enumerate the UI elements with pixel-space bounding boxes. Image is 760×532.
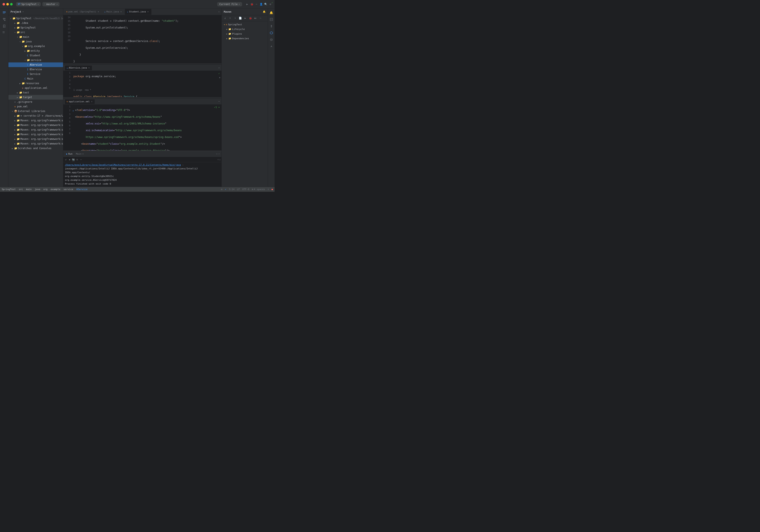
right-icon-git[interactable] (268, 23, 274, 29)
sidebar-icon-structure[interactable] (1, 30, 7, 36)
tab-student-java[interactable]: ☕ Student.java × (125, 9, 151, 15)
right-icon-maven[interactable] (268, 30, 274, 36)
terminal-more[interactable]: ⋯ (216, 153, 217, 155)
maven-lifecycle[interactable]: ▶ 📁 Lifecycle (222, 27, 268, 31)
maven-download-docs[interactable]: 📄 (238, 16, 242, 20)
tree-maven-jcl[interactable]: ▶ 📁 Maven: org.springframework:spring-jc… (8, 141, 63, 146)
close-aservice[interactable]: × (88, 67, 90, 69)
close-tab-student[interactable]: × (147, 11, 149, 13)
breadcrumb-aservice[interactable]: AService (76, 188, 87, 191)
tree-jdk[interactable]: ▶ 📁 < corretto-17 > /Users/eve/Library/J… (8, 114, 63, 118)
account-icon[interactable]: 👤 (260, 3, 263, 6)
terminal-settings[interactable]: ⋯ (79, 158, 83, 161)
status-position[interactable]: 3:14 (229, 188, 234, 191)
tree-external-libs[interactable]: ▾ 📦 External Libraries (8, 109, 63, 114)
maven-springtest[interactable]: ▾ m SpringTest (222, 22, 268, 27)
terminal-scroll-up[interactable]: ↑ (217, 158, 219, 161)
tree-resources[interactable]: ▶ 📁 resources (8, 81, 63, 86)
debug-icon[interactable]: 🐞 (250, 3, 254, 6)
close-tab-pom[interactable]: × (97, 11, 100, 13)
maven-dependencies[interactable]: ▶ 📁 Dependencies (222, 36, 268, 41)
status-notifications[interactable]: ● (271, 188, 273, 191)
project-name[interactable]: ST SpringTest ▾ (16, 2, 41, 6)
tree-bservice[interactable]: I BService (8, 67, 63, 72)
tree-org-example[interactable]: ▾ 📁 org.example (8, 44, 63, 49)
current-file-button[interactable]: Current File ▾ (217, 2, 242, 6)
tree-main[interactable]: ▾ 📁 main (8, 34, 63, 39)
maven-download-sources[interactable]: ⬇ (233, 16, 237, 20)
aservice-code[interactable]: package org.example.service; 1 usage new… (72, 71, 221, 97)
tree-springtest[interactable]: ▶ 📁 SpringTest (8, 25, 63, 30)
maven-add[interactable]: + (228, 16, 232, 20)
tree-service-iface[interactable]: I Service (8, 72, 63, 76)
tree-gitignore[interactable]: ⊙ .gitignore (8, 100, 63, 104)
tree-java[interactable]: ▾ 📁 java (8, 39, 63, 44)
right-icon-ai[interactable] (268, 43, 274, 49)
terminal-stop[interactable]: ◾ (68, 158, 71, 161)
tree-root[interactable]: ▾ 📁 SpringTest ~/Desktop/CS/JavaEE/2 Jav… (8, 16, 63, 21)
maven-notifications[interactable]: 🔔 (263, 10, 266, 13)
tree-student[interactable]: C Student (8, 53, 63, 58)
run-icon[interactable]: ▶ (246, 3, 249, 6)
maximize-button[interactable] (10, 3, 13, 6)
terminal-restore[interactable]: ⊡ (75, 158, 79, 161)
main-tab[interactable]: Main × (75, 153, 85, 155)
tree-test[interactable]: ▶ 📁 test (8, 90, 63, 95)
status-encoding[interactable]: UTF-8 (242, 188, 249, 191)
run-tab[interactable]: ▶ Run (65, 153, 74, 155)
fold-icon-2[interactable]: ▾ (72, 110, 74, 112)
status-settings[interactable]: ⚙ (221, 188, 222, 191)
minimize-button[interactable] (6, 3, 9, 6)
terminal-snapshot[interactable]: 📷 (72, 158, 75, 161)
tree-maven-aop[interactable]: ▶ 📁 Maven: org.springframework:spring-ao… (8, 118, 63, 123)
more-actions-icon[interactable]: ⋯ (255, 3, 258, 6)
java-path-link[interactable]: /Users/eve/Library/Java/JavaVirtualMachi… (65, 164, 181, 166)
close-tab-main[interactable]: × (120, 11, 122, 13)
tab-aservice[interactable]: ☕ AService.java × (65, 65, 92, 70)
tree-maven-core[interactable]: ▶ 📁 Maven: org.springframework:spring-co… (8, 132, 63, 137)
sidebar-icon-project[interactable] (1, 10, 7, 16)
xml-menu[interactable]: ⋯ (218, 100, 220, 103)
close-button[interactable] (3, 3, 5, 6)
tree-src[interactable]: ▾ 📁 src (8, 30, 63, 34)
tree-maven-expression[interactable]: ▶ 📁 Maven: org.springframework:spring-ex… (8, 137, 63, 141)
tree-target[interactable]: ▶ 📁 target (8, 95, 63, 100)
tree-idea[interactable]: ▶ 📁 .idea (8, 21, 63, 25)
maven-run[interactable]: ▶ (243, 16, 247, 20)
tree-main-class[interactable]: C Main (8, 76, 63, 81)
close-xml[interactable]: × (90, 100, 93, 103)
tab-pom-xml[interactable]: m pom.xml (SpringTest) × (64, 9, 102, 15)
tree-entity[interactable]: ▶ 📁 entity (8, 49, 63, 53)
maven-run-debug[interactable]: 🐞 (248, 16, 253, 20)
branch-selector[interactable]: ⑂ master ▾ (42, 2, 60, 6)
more-tabs[interactable]: ⋯ (217, 10, 220, 13)
sidebar-icon-vcs[interactable] (1, 17, 7, 23)
search-icon[interactable]: 🔍 (264, 3, 267, 6)
tree-scratches[interactable]: ▶ 📁 Scratches and Consoles (8, 146, 63, 151)
status-vcs[interactable]: ✓ (225, 188, 226, 191)
maven-more[interactable]: ⋯ (258, 16, 262, 20)
sidebar-icon-bookmarks[interactable] (1, 23, 7, 29)
maven-refresh[interactable]: ↺ (223, 16, 227, 20)
status-share[interactable]: ⬆ (267, 188, 269, 191)
right-icon-editor[interactable] (268, 17, 274, 23)
status-line-ending[interactable]: LF (237, 188, 240, 191)
tree-maven-context[interactable]: ▶ 📁 Maven: org.springframework:spring-co… (8, 127, 63, 132)
terminal-rerun[interactable]: ↺ (64, 158, 68, 161)
aservice-menu[interactable]: ⋯ (218, 67, 220, 69)
tab-xml[interactable]: ⚙ application.xml × (65, 99, 95, 104)
main-java-code[interactable]: Student student = (Student) context.getB… (72, 15, 221, 63)
right-icon-copilot[interactable] (268, 37, 274, 43)
right-icon-notifications[interactable]: 🔔 (268, 10, 274, 16)
maven-skip-tests[interactable]: ⏭ (253, 16, 258, 20)
breadcrumb-service[interactable]: service (64, 188, 73, 191)
terminal-minimize[interactable]: − (218, 153, 220, 155)
xml-code[interactable]: <?xml version="1.0" encoding="UTF-8"?> <… (75, 104, 221, 151)
terminal-scroll-down[interactable]: ↓ (219, 158, 220, 161)
status-indent[interactable]: ⊞ 4 spaces (252, 188, 265, 191)
tab-main-java[interactable]: ☕ Main.java × (102, 9, 124, 15)
tree-service[interactable]: ▾ 📁 service (8, 58, 63, 63)
tree-application-xml[interactable]: x application.xml (8, 86, 63, 90)
tree-aservice[interactable]: C AService (8, 63, 63, 67)
maven-plugins[interactable]: ▶ 📁 Plugins (222, 31, 268, 36)
